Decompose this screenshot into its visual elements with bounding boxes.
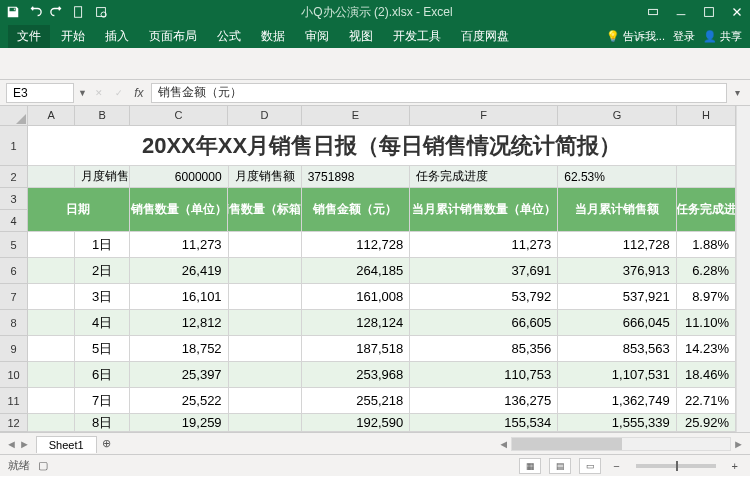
tab-baidu[interactable]: 百度网盘 [452,25,518,48]
cell[interactable]: 6日 [75,362,129,388]
cell[interactable]: 161,008 [302,284,411,310]
cell[interactable] [229,336,302,362]
cell[interactable]: 62.53% [558,166,676,188]
tell-me[interactable]: 💡 告诉我... [606,29,665,44]
report-title[interactable]: 20XX年XX月销售日报（每日销售情况统计简报） [28,126,736,166]
vertical-scrollbar[interactable] [736,106,750,432]
page-layout-view-button[interactable]: ▤ [549,458,571,474]
minimize-icon[interactable] [674,5,688,19]
add-sheet-button[interactable]: ⊕ [97,437,117,450]
cancel-formula-icon[interactable]: ✕ [91,88,107,98]
row-header[interactable]: 5 [0,232,27,258]
tab-data[interactable]: 数据 [252,25,294,48]
ribbon-options-icon[interactable] [646,5,660,19]
cell[interactable]: 112,728 [302,232,411,258]
cell[interactable]: 6000000 [130,166,229,188]
cell[interactable] [229,388,302,414]
cell[interactable]: 19,259 [130,414,229,432]
row-header[interactable]: 9 [0,336,27,362]
cell[interactable] [28,166,75,188]
cell[interactable] [229,414,302,432]
tab-view[interactable]: 视图 [340,25,382,48]
cell[interactable]: 18.46% [677,362,736,388]
cell[interactable]: 16,101 [130,284,229,310]
formula-input[interactable] [151,83,727,103]
cell[interactable]: 136,275 [410,388,558,414]
cell[interactable] [28,336,75,362]
cell[interactable]: 月度销售额 [229,166,302,188]
table-header[interactable]: 日期 [28,188,130,232]
tab-dev[interactable]: 开发工具 [384,25,450,48]
tab-review[interactable]: 审阅 [296,25,338,48]
fx-icon[interactable]: fx [131,86,147,100]
cell[interactable]: 128,124 [302,310,411,336]
cell[interactable]: 110,753 [410,362,558,388]
cell[interactable]: 任务完成进度 [410,166,558,188]
tab-insert[interactable]: 插入 [96,25,138,48]
macro-record-icon[interactable]: ▢ [38,459,48,472]
zoom-out-button[interactable]: − [609,460,623,472]
cell[interactable] [28,388,75,414]
cell[interactable] [229,362,302,388]
cell[interactable] [28,362,75,388]
cell[interactable]: 3日 [75,284,129,310]
cell[interactable]: 6.28% [677,258,736,284]
maximize-icon[interactable] [702,5,716,19]
col-header[interactable]: H [677,106,736,126]
col-header[interactable]: E [302,106,411,126]
sheet-tab[interactable]: Sheet1 [36,436,97,453]
cell[interactable]: 25.92% [677,414,736,432]
cell[interactable]: 25,522 [130,388,229,414]
undo-icon[interactable] [28,5,42,19]
cell[interactable]: 25,397 [130,362,229,388]
cell[interactable]: 7日 [75,388,129,414]
cell[interactable]: 1.88% [677,232,736,258]
cell[interactable]: 537,921 [558,284,676,310]
cell[interactable] [28,284,75,310]
cell[interactable]: 853,563 [558,336,676,362]
cell[interactable] [229,284,302,310]
new-doc-icon[interactable] [72,5,86,19]
share-button[interactable]: 👤 共享 [703,29,742,44]
cell[interactable]: 22.71% [677,388,736,414]
cell[interactable]: 1,362,749 [558,388,676,414]
row-header[interactable]: 10 [0,362,27,388]
cell[interactable]: 月度销售任务 [75,166,129,188]
tab-formulas[interactable]: 公式 [208,25,250,48]
cell[interactable] [229,258,302,284]
cell[interactable]: 11,273 [410,232,558,258]
col-header[interactable]: B [75,106,129,126]
cell[interactable]: 376,913 [558,258,676,284]
table-header[interactable]: 当月累计销售数量（单位） [410,188,558,232]
cell[interactable] [28,310,75,336]
row-header[interactable]: 2 [0,166,27,188]
cell[interactable]: 1,555,339 [558,414,676,432]
formula-expand-icon[interactable]: ▾ [731,87,744,98]
cell[interactable]: 11.10% [677,310,736,336]
cell[interactable]: 37,691 [410,258,558,284]
table-header[interactable]: 销售金额（元） [302,188,411,232]
hscroll-left-icon[interactable]: ◄ [498,438,509,450]
row-header[interactable]: 12 [0,414,27,432]
save-icon[interactable] [6,5,20,19]
cell[interactable]: 112,728 [558,232,676,258]
table-header[interactable]: 当月累计销售额 [558,188,676,232]
cell[interactable]: 18,752 [130,336,229,362]
col-header[interactable]: A [28,106,75,126]
sheet-nav-next-icon[interactable]: ► [19,438,30,450]
cell[interactable] [28,414,75,432]
row-header[interactable]: 11 [0,388,27,414]
close-icon[interactable] [730,5,744,19]
table-header[interactable]: 任务完成进 [677,188,736,232]
cell[interactable]: 2日 [75,258,129,284]
page-break-view-button[interactable]: ▭ [579,458,601,474]
cell[interactable]: 1日 [75,232,129,258]
cell[interactable]: 4日 [75,310,129,336]
row-header[interactable]: 1 [0,126,27,166]
cell[interactable]: 8.97% [677,284,736,310]
cell[interactable]: 66,605 [410,310,558,336]
table-header[interactable]: 销售数量（单位） [130,188,229,232]
row-header[interactable]: 6 [0,258,27,284]
cell[interactable]: 253,968 [302,362,411,388]
cell[interactable] [28,258,75,284]
